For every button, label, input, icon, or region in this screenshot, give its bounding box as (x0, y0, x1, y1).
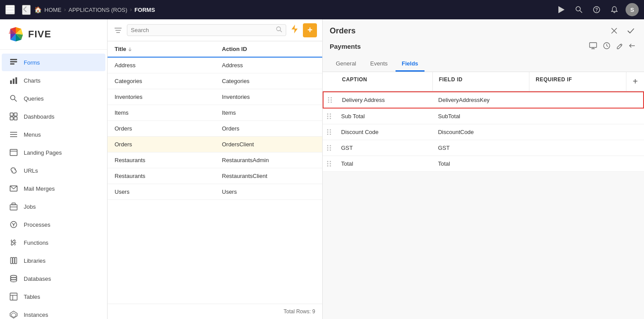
sidebar-item-jobs[interactable]: Jobs (2, 198, 105, 215)
fields-table: Caption Field ID Required If + Delivery … (323, 72, 644, 172)
confirm-button[interactable] (625, 25, 637, 37)
sidebar-item-label-charts: Charts (24, 77, 40, 84)
list-footer: Total Rows: 9 (108, 304, 322, 319)
queries-icon (9, 94, 18, 103)
fields-col-field-id: Field ID (433, 72, 530, 91)
tab-general[interactable]: General (330, 57, 362, 72)
list-item[interactable]: Users Users (108, 184, 322, 200)
sidebar-item-charts[interactable]: Charts (2, 72, 105, 89)
detail-subtitle-actions (587, 40, 637, 52)
tab-fields[interactable]: Fields (396, 57, 425, 72)
tab-events[interactable]: Events (364, 57, 394, 72)
list-item[interactable]: Restaurants RestaurantsClient (108, 168, 322, 184)
sidebar-item-label-dashboards: Dashboards (24, 113, 54, 120)
forms-icon (9, 58, 18, 67)
svg-rect-12 (10, 80, 12, 84)
breadcrumb-sep-2: › (130, 7, 132, 13)
clock-icon-button[interactable] (601, 40, 612, 52)
lightning-button[interactable] (290, 23, 299, 37)
sidebar-item-landing-pages[interactable]: Landing Pages (2, 144, 105, 161)
list-item[interactable]: Categories Categories (108, 73, 322, 89)
list-item[interactable]: Orders OrdersClient (108, 137, 322, 152)
svg-rect-32 (11, 257, 12, 264)
fields-row[interactable]: Delivery Address DeliveryAddressKey (323, 91, 644, 109)
sidebar-item-libraries[interactable]: Libraries (2, 252, 105, 269)
sidebar-item-processes[interactable]: Processes (2, 216, 105, 233)
svg-text:?: ? (595, 7, 598, 12)
instances-icon (9, 310, 18, 319)
list-rows: Address Address Categories Categories In… (108, 58, 322, 200)
sidebar-item-dashboards[interactable]: Dashboards (2, 108, 105, 125)
add-button[interactable]: + (303, 23, 317, 37)
topbar: 🏠 HOME › APPLICATIONS (ROS) › FORMS ? (0, 0, 644, 19)
edit-icon-button[interactable] (615, 41, 625, 52)
sidebar-item-instances[interactable]: Instances (2, 306, 105, 319)
topbar-actions: ? S (555, 3, 639, 16)
avatar[interactable]: S (626, 3, 639, 16)
detail-title: Orders (330, 26, 356, 36)
list-cell-action-id: OrdersClient (215, 137, 323, 152)
fields-row[interactable]: Total Total (323, 156, 644, 172)
svg-point-35 (11, 276, 17, 278)
sidebar-item-urls[interactable]: URLs (2, 162, 105, 179)
back-nav-icon[interactable] (22, 5, 31, 15)
fields-col-caption: Caption (336, 72, 433, 91)
field-id: DeliveryAddressKey (433, 92, 529, 108)
fields-row[interactable]: Sub Total SubTotal (323, 109, 644, 124)
fields-row[interactable]: Discount Code DiscountCode (323, 124, 644, 140)
menu-icon[interactable] (5, 5, 15, 14)
search-button[interactable] (573, 4, 585, 16)
processes-icon (9, 220, 18, 229)
back-arrow-button[interactable] (627, 41, 637, 52)
sidebar-item-label-functions: Functions (24, 239, 48, 246)
jobs-icon (9, 202, 18, 211)
fields-add-button[interactable]: + (626, 72, 644, 91)
bell-button[interactable] (608, 4, 620, 16)
svg-marker-55 (291, 25, 298, 33)
list-item[interactable]: Orders Orders (108, 121, 322, 137)
content-area: + Title Action ID Address Address (108, 19, 644, 319)
field-required-if (529, 96, 626, 105)
monitor-icon-button[interactable] (587, 40, 599, 52)
breadcrumb-applications[interactable]: APPLICATIONS (ROS) (68, 7, 127, 13)
play-button[interactable] (555, 4, 568, 16)
list-cell-title: Categories (108, 73, 215, 89)
sidebar-item-queries[interactable]: Queries (2, 90, 105, 107)
svg-point-38 (11, 280, 17, 282)
sidebar-item-mail-merges[interactable]: Mail Merges (2, 180, 105, 197)
detail-title-row: Orders (330, 25, 637, 37)
list-col-action-id: Action ID (215, 41, 323, 57)
sidebar-item-label-tables: Tables (24, 294, 40, 300)
list-header: Title Action ID (108, 41, 322, 58)
breadcrumb-home[interactable]: HOME (44, 7, 61, 13)
list-item[interactable]: Inventories Inventories (108, 89, 322, 105)
list-cell-action-id: RestaurantsClient (215, 168, 323, 184)
sidebar-item-functions[interactable]: Functions (2, 234, 105, 251)
filter-button[interactable] (113, 25, 123, 35)
search-input[interactable] (131, 27, 276, 33)
sidebar-item-tables[interactable]: Tables (2, 288, 105, 305)
sidebar-item-label-jobs: Jobs (24, 203, 36, 210)
list-item[interactable]: Restaurants RestaurantsAdmin (108, 152, 322, 168)
breadcrumb-forms[interactable]: FORMS (134, 7, 155, 13)
sidebar-item-menus[interactable]: Menus (2, 126, 105, 143)
list-cell-title: Orders (108, 137, 215, 152)
detail-subtitle-row: Payments (330, 40, 637, 52)
svg-rect-0 (6, 6, 14, 7)
list-item[interactable]: Items Items (108, 105, 322, 121)
list-cell-action-id: Orders (215, 121, 323, 136)
svg-rect-2 (6, 11, 14, 12)
list-item[interactable]: Address Address (108, 58, 322, 73)
sidebar-item-forms[interactable]: Forms (2, 54, 105, 71)
close-button[interactable] (608, 25, 620, 37)
list-cell-title: Inventories (108, 89, 215, 105)
svg-line-5 (580, 11, 582, 13)
list-cell-action-id: Categories (215, 73, 323, 89)
list-cell-title: Restaurants (108, 152, 215, 168)
sidebar-item-databases[interactable]: Databases (2, 270, 105, 287)
charts-icon (9, 76, 18, 85)
field-caption: GST (336, 140, 433, 156)
help-button[interactable]: ? (590, 4, 603, 16)
drag-handle (323, 125, 336, 139)
fields-row[interactable]: GST GST (323, 140, 644, 156)
